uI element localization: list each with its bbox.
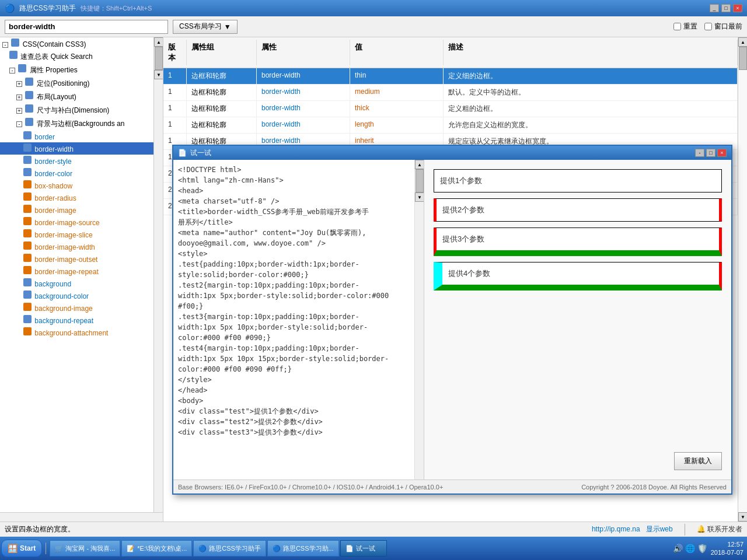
status-link[interactable]: http://ip.qme.na 显示web: [592, 524, 673, 534]
dialog-close-btn[interactable]: ×: [717, 149, 727, 157]
code-scroll-track[interactable]: [415, 169, 424, 192]
taskbar-item-editor[interactable]: 📝 *E:\我的文档\桌...: [121, 540, 192, 556]
status-link-label[interactable]: 显示web: [646, 525, 673, 533]
notif-icon-3: 🛡️: [697, 544, 707, 553]
tree-box-shadow[interactable]: box-shadow: [0, 179, 153, 191]
code-line: .test4{margin-top:10px;padding:10px;bord…: [178, 343, 410, 354]
tree-properties-section[interactable]: - 属性 Properties: [0, 63, 153, 76]
tree-background-image[interactable]: background-image: [0, 302, 153, 314]
editor-icon: 📝: [127, 545, 135, 552]
main-scroll-track[interactable]: [738, 47, 747, 512]
expand-dimension-icon[interactable]: +: [16, 108, 22, 114]
tree-border-color[interactable]: border-color: [0, 167, 153, 179]
dialog-minimize-btn[interactable]: -: [695, 149, 704, 157]
close-button[interactable]: ×: [733, 4, 742, 12]
background-repeat-label: background-repeat: [34, 317, 93, 325]
tree-background-repeat[interactable]: background-repeat: [0, 314, 153, 326]
tree-scroll-thumb[interactable]: [155, 47, 163, 70]
expand-root-icon[interactable]: -: [2, 42, 8, 48]
tree-border-width[interactable]: border-width: [0, 142, 153, 155]
code-scroll-thumb[interactable]: [416, 169, 424, 192]
tree-layout[interactable]: + 布局(Layout): [0, 90, 153, 103]
code-line: </head>: [178, 385, 410, 396]
tree-border-image-outset[interactable]: border-image-outset: [0, 253, 153, 265]
table-row[interactable]: 1 边框和轮廓 border-width length 允许您自定义边框的宽度。: [163, 117, 738, 134]
tree-backgrounds[interactable]: - 背景与边框(Backgrounds an: [0, 117, 153, 130]
tree-background[interactable]: background: [0, 277, 153, 289]
tree-positioning[interactable]: + 定位(Positioning): [0, 76, 153, 90]
expand-backgrounds-icon[interactable]: -: [16, 121, 22, 127]
tree-border-image-source[interactable]: border-image-source: [0, 216, 153, 228]
alwaysontop-checkbox-input[interactable]: [704, 23, 712, 30]
box-shadow-icon: [23, 180, 32, 188]
cell-property: border-width: [257, 117, 350, 133]
table-row[interactable]: 1 边框和轮廓 border-width thin 定义细的边框。: [163, 68, 738, 85]
tree-border-image-slice[interactable]: border-image-slice: [0, 228, 153, 240]
dialog-content: <!DOCTYPE html> <html lang="zh-cmn-Hans"…: [173, 160, 731, 480]
alwaysontop-checkbox[interactable]: 窗口最前: [704, 22, 742, 32]
code-line: <html lang="zh-cmn-Hans">: [178, 175, 410, 186]
taskbar-item-css1[interactable]: 🔵 路思CSS学习助手: [193, 540, 266, 556]
category-dropdown[interactable]: CSS布局学习 ▼: [173, 20, 238, 34]
main-vscrollbar[interactable]: ▲ ▼: [738, 37, 747, 522]
border-image-outset-label: border-image-outset: [34, 256, 97, 264]
tree-vscrollbar[interactable]: ▲ ▼: [153, 37, 163, 512]
layout-label: 布局(Layout): [37, 93, 76, 101]
expand-properties-icon[interactable]: -: [9, 68, 15, 74]
tree-root[interactable]: - CSS(Contain CSS3): [0, 37, 153, 50]
cell-desc: 定义粗的边框。: [444, 101, 738, 117]
cell-version: 1: [163, 101, 187, 117]
code-line: <title>border-width_CSS参考手册_web前端开发参考手: [178, 206, 410, 217]
main-scroll-down-btn[interactable]: ▼: [738, 512, 747, 522]
status-link-url[interactable]: http://ip.qme.na: [592, 525, 640, 533]
tree-scroll-up-btn[interactable]: ▲: [154, 37, 163, 47]
border-label: border: [34, 133, 55, 141]
layout-icon: [25, 91, 33, 99]
border-image-icon: [23, 205, 32, 213]
maximize-button[interactable]: □: [721, 4, 731, 12]
taskbar-item-taobao[interactable]: 🛒 淘宝网 - 淘我喜...: [50, 540, 120, 556]
code-line: <head>: [178, 186, 410, 196]
tree-border-radius[interactable]: border-radius: [0, 191, 153, 204]
code-line: #f00;}: [178, 301, 410, 312]
table-row[interactable]: 1 边框和轮廓 border-width thick 定义粗的边框。: [163, 101, 738, 117]
code-scroll-up-btn[interactable]: ▲: [415, 160, 424, 169]
main-scroll-up-btn[interactable]: ▲: [738, 37, 747, 47]
dialog-maximize-btn[interactable]: □: [706, 149, 715, 157]
expand-layout-icon[interactable]: +: [16, 94, 22, 100]
code-vscrollbar[interactable]: ▲ ▼: [414, 160, 424, 480]
start-button[interactable]: 🪟 Start: [1, 540, 42, 557]
clock-time: 12:57: [711, 540, 743, 548]
tree-background-color[interactable]: background-color: [0, 289, 153, 302]
tree-scroll-track[interactable]: [154, 47, 163, 70]
reset-checkbox[interactable]: 重置: [673, 22, 697, 32]
taskbar-item-tryone[interactable]: 📄 试一试: [340, 540, 387, 556]
tree-border-style[interactable]: border-style: [0, 155, 153, 167]
tree-scroll-down-btn[interactable]: ▼: [154, 70, 163, 79]
col-group: 属性组: [187, 40, 257, 65]
css2-icon: 🔵: [273, 545, 281, 552]
search-input[interactable]: border-width: [5, 20, 168, 34]
reset-checkbox-input[interactable]: [673, 23, 681, 30]
dialog-browser-support: Base Browsers: IE6.0+ / FireFox10.0+ / C…: [178, 484, 443, 491]
border-width-label: border-width: [34, 145, 74, 153]
background-attachment-icon: [23, 327, 32, 335]
expand-positioning-icon[interactable]: +: [16, 81, 22, 87]
backgrounds-label: 背景与边框(Backgrounds an: [37, 120, 125, 128]
tree-background-attachment[interactable]: background-attachment: [0, 326, 153, 338]
code-editor[interactable]: <!DOCTYPE html> <html lang="zh-cmn-Hans"…: [173, 160, 414, 480]
tree-border-image-width[interactable]: border-image-width: [0, 240, 153, 253]
main-scroll-thumb[interactable]: [739, 47, 747, 70]
tree-border-image-repeat[interactable]: border-image-repeat: [0, 265, 153, 277]
reload-button[interactable]: 重新载入: [674, 452, 722, 470]
minimize-button[interactable]: _: [710, 4, 719, 12]
tree-border[interactable]: border: [0, 130, 153, 142]
tree-border-image[interactable]: border-image: [0, 204, 153, 216]
tree-quicksearch[interactable]: 速查总表 Quick Search: [0, 50, 153, 63]
toolbar-right: 重置 窗口最前: [673, 22, 742, 32]
table-row[interactable]: 1 边框和轮廓 border-width medium 默认。定义中等的边框。: [163, 85, 738, 101]
tree-dimension[interactable]: + 尺寸与补白(Dimension): [0, 103, 153, 117]
left-hscrollbar[interactable]: [0, 512, 163, 522]
code-scroll-down-btn[interactable]: ▼: [415, 192, 424, 202]
taskbar-item-css2[interactable]: 🔵 路思CSS学习助...: [267, 540, 339, 556]
